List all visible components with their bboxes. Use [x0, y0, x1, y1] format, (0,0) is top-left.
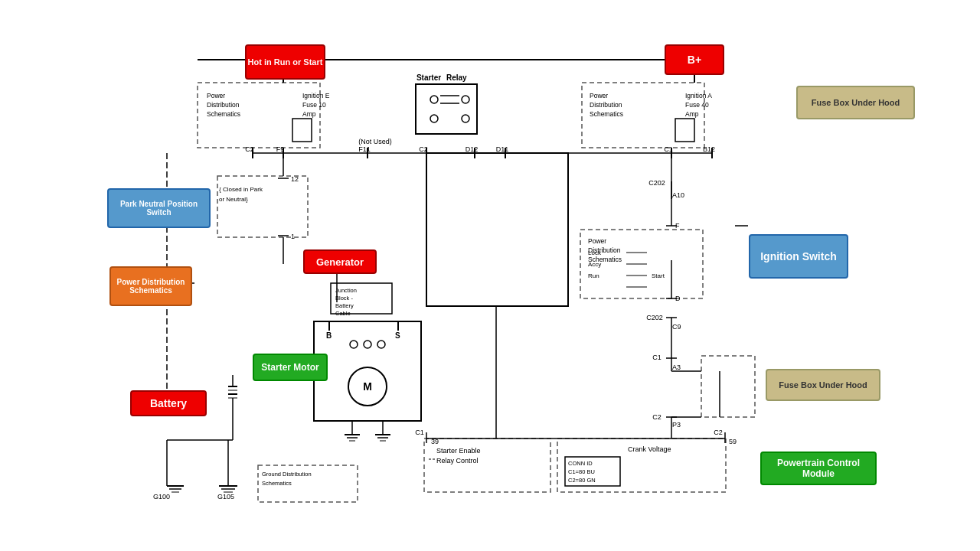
ign-e-fuse-text2: Fuse 10 [302, 101, 326, 109]
run-label: Run [588, 272, 599, 279]
c2-mid-label: C2 [419, 145, 428, 153]
s-terminal-label: S [395, 331, 400, 340]
diagram-container: M [0, 0, 980, 551]
pd4-text3: Schematics [588, 256, 622, 263]
pcm-box: Powertrain Control Module [760, 452, 877, 485]
c9-label: C9 [672, 323, 681, 331]
fuse-box-hood-2-label: Fuse Box Under Hood [779, 380, 867, 390]
f9-label: F9 [276, 145, 285, 153]
starter-motor-label: Starter Motor [261, 362, 318, 373]
c1-right-label: C1 [664, 145, 673, 153]
ign-a-fuse-text1: Ignition A [685, 92, 712, 99]
ignition-switch-box: Ignition Switch [749, 234, 848, 279]
crank-fuse-region [701, 356, 755, 417]
fuse-box-hood-1-box: Fuse Box Under Hood [796, 86, 915, 119]
ign-a-fuse-text2: Fuse 40 [685, 101, 709, 109]
pd1-text2: Distribution [207, 101, 240, 109]
node1-label: 1 [291, 233, 295, 240]
motor-label: M [363, 380, 372, 393]
ign-a-fuse-symbol [675, 119, 694, 142]
solenoid-contact-1 [350, 341, 358, 348]
p3-label: P3 [672, 421, 681, 429]
gnd-dist-text2: Schematics [262, 480, 292, 487]
c1-39-label: C1 [415, 429, 424, 436]
c1-bot-label: C1 [652, 354, 662, 361]
starter-relay-text2: Relay [446, 73, 467, 82]
solenoid-contact-2 [364, 341, 371, 348]
conn-id-text3: C2=80 GN [568, 477, 596, 484]
c59-label: 59 [729, 438, 737, 445]
battery-label: Battery [150, 397, 187, 409]
generator-label: Generator [316, 256, 364, 268]
conn-id-text2: C1=80 BU [568, 468, 595, 475]
fuse-box-hood-2-box: Fuse Box Under Hood [766, 369, 880, 401]
crank-voltage-text: Crank Voltage [628, 445, 671, 453]
pd4-text2: Distribution [588, 246, 621, 254]
f-conn-label: F [675, 222, 680, 230]
power-dist-orange-box: Power Distribution Schematics [109, 266, 192, 306]
ign-e-fuse-text3: Amp [302, 110, 316, 118]
pd2-text1: Power [590, 92, 608, 99]
c202-label: C202 [648, 179, 665, 187]
pcm-label: Powertrain Control Module [762, 458, 875, 479]
g100-label: G100 [153, 493, 170, 500]
closed-park-text2: or Neutral} [219, 196, 248, 203]
bplus-label: B+ [688, 54, 701, 66]
pd1-text3: Schematics [207, 110, 240, 118]
park-neutral-label: Park Neutral Position Switch [109, 200, 209, 217]
c202-lower-label: C202 [646, 314, 663, 321]
starter-relay-box [416, 84, 477, 134]
a3-label: A3 [672, 364, 681, 371]
c2-59-label: C2 [714, 429, 723, 436]
conn-id-text1: CONN ID [568, 460, 593, 467]
junction-text-1: Junction [335, 287, 357, 294]
g105-label: G105 [217, 493, 234, 500]
park-neutral-box: Park Neutral Position Switch [107, 188, 211, 228]
starter-motor-box-label: Starter Motor [253, 354, 328, 381]
junction-text-3: Battery [335, 302, 354, 309]
power-dist-orange-label: Power Distribution Schematics [111, 278, 191, 295]
ign-e-fuse-text1: Ignition E [302, 92, 330, 99]
relay-contact-3 [430, 115, 438, 122]
junction-text-2: Block - [335, 295, 353, 302]
f11-label: F11 [358, 145, 371, 153]
starter-enable-text-2: Relay Control [436, 457, 479, 465]
ign-e-fuse-symbol [292, 119, 312, 142]
hot-in-run-box: Hot in Run or Start [245, 44, 325, 80]
c39-label: 39 [431, 438, 439, 445]
gnd-dist-text1: Ground Distribution [262, 471, 312, 478]
closed-park-text1: { Closed in Park [219, 186, 263, 193]
ign-a-fuse-text3: Amp [685, 110, 699, 118]
c2-bot-label: C2 [652, 413, 662, 421]
park-neutral-region [217, 176, 308, 237]
not-used-label: (Not Used) [358, 138, 392, 145]
starter-relay-text: Starter [416, 73, 441, 82]
ignition-switch-label: Ignition Switch [760, 250, 837, 262]
b-terminal-label: B [326, 331, 332, 340]
start-label: Start [652, 272, 665, 279]
pd1-text1: Power [207, 92, 225, 99]
junction-text-4: Cable [335, 310, 351, 317]
d12-label: D12 [466, 145, 479, 153]
solenoid-contact-3 [377, 341, 385, 348]
a10-label: A10 [672, 191, 684, 199]
fuse-box-hood-1-label: Fuse Box Under Hood [812, 98, 900, 107]
generator-box: Generator [303, 249, 377, 274]
starter-enable-text-1: Starter Enable [436, 447, 481, 455]
b12-label: B12 [703, 145, 715, 153]
pd2-text3: Schematics [590, 110, 623, 118]
d11-label: D11 [496, 145, 509, 153]
battery-box: Battery [130, 390, 207, 416]
central-circuit-block [426, 153, 568, 306]
node12-label: 12 [291, 175, 299, 183]
pd2-text2: Distribution [590, 101, 622, 109]
pd4-text1: Power [588, 237, 606, 245]
d-conn-label: D [675, 295, 681, 302]
c2-left-label: C2 [245, 145, 254, 153]
relay-contact-1 [430, 96, 438, 103]
relay-contact-4 [462, 115, 469, 122]
hot-in-run-label: Hot in Run or Start [248, 57, 323, 67]
relay-contact-2 [462, 96, 469, 103]
bplus-box: B+ [665, 44, 724, 75]
